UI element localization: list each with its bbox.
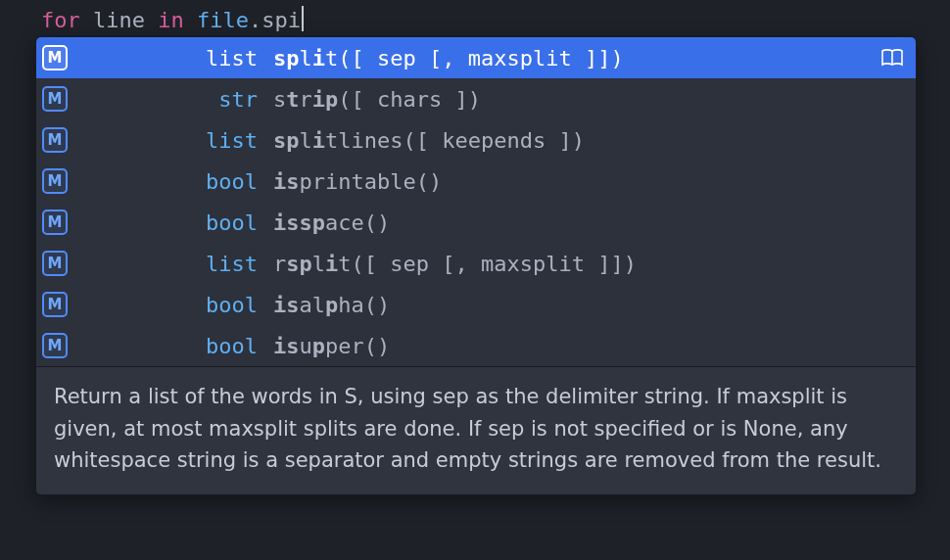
return-type: bool [68, 210, 273, 235]
return-type: list [68, 128, 273, 153]
return-type: bool [68, 169, 273, 194]
completion-signature: rsplit([ sep [, maxsplit ]]) [273, 252, 906, 276]
completion-item[interactable]: Mlistrsplit([ sep [, maxsplit ]]) [36, 243, 916, 284]
code-tokens: for line in file.spi [41, 8, 301, 32]
completion-item[interactable]: Mboolisalpha() [36, 284, 916, 325]
completion-item[interactable]: Mlistsplitlines([ keepends ]) [36, 119, 916, 161]
completion-list: Mlistsplit([ sep [, maxsplit ]])Mstrstri… [36, 37, 916, 366]
method-icon: M [42, 333, 68, 358]
return-type: list [68, 46, 273, 70]
completion-item[interactable]: Mboolisprintable() [36, 161, 916, 202]
completion-signature: splitlines([ keepends ]) [273, 128, 906, 153]
book-icon[interactable] [879, 46, 906, 70]
completion-signature: strip([ chars ]) [273, 87, 906, 112]
completion-signature: split([ sep [, maxsplit ]]) [273, 46, 879, 70]
documentation-panel: Return a list of the words in S, using s… [36, 366, 916, 494]
completion-signature: isalpha() [273, 293, 906, 317]
completion-item[interactable]: Mlistsplit([ sep [, maxsplit ]]) [36, 37, 916, 78]
return-type: bool [68, 293, 273, 317]
text-cursor [302, 6, 304, 31]
method-icon: M [42, 86, 68, 112]
method-icon: M [42, 45, 68, 70]
completion-signature: isspace() [273, 210, 906, 235]
return-type: str [68, 87, 273, 112]
method-icon: M [42, 292, 68, 317]
return-type: list [68, 252, 273, 276]
method-icon: M [42, 168, 68, 194]
return-type: bool [68, 334, 273, 358]
completion-item[interactable]: Mboolisupper() [36, 325, 916, 366]
method-icon: M [42, 210, 68, 235]
code-line[interactable]: for line in file.spi [0, 0, 950, 38]
completion-signature: isupper() [273, 334, 906, 358]
autocomplete-popup: Mlistsplit([ sep [, maxsplit ]])Mstrstri… [35, 36, 917, 495]
completion-signature: isprintable() [273, 169, 906, 194]
completion-item[interactable]: Mboolisspace() [36, 202, 916, 243]
method-icon: M [42, 251, 68, 276]
method-icon: M [42, 127, 68, 153]
completion-item[interactable]: Mstrstrip([ chars ]) [36, 78, 916, 119]
